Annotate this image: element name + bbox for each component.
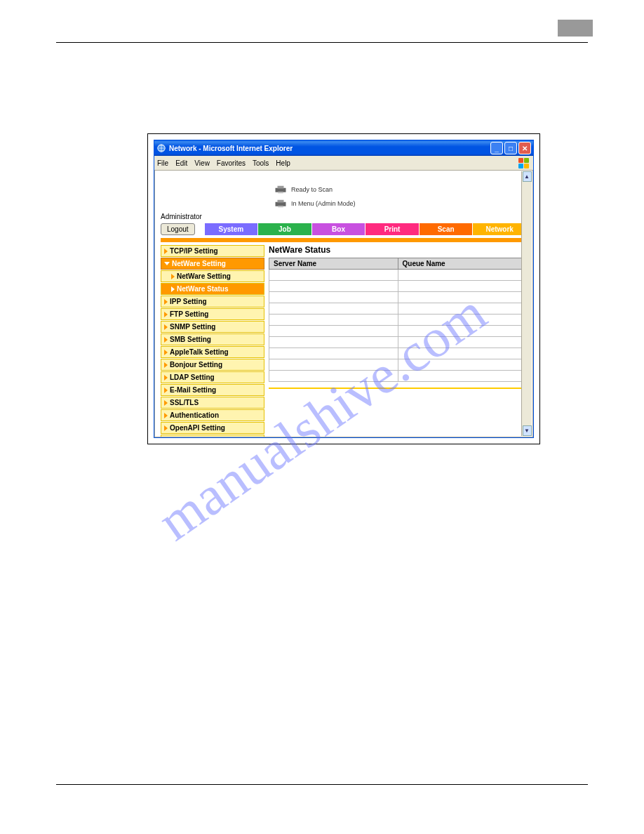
settings-sidebar: TCP/IP Setting NetWare Setting NetWare S…: [161, 245, 264, 437]
screenshot-frame: Network - Microsoft Internet Explorer _ …: [147, 133, 540, 444]
menu-file[interactable]: File: [157, 159, 168, 167]
administrator-label: Administrator: [161, 213, 532, 220]
sidebar-item-snmp[interactable]: SNMP Setting: [161, 321, 264, 333]
window-minimize-button[interactable]: _: [490, 142, 503, 154]
sidebar-item-ipp[interactable]: IPP Setting: [161, 296, 264, 307]
table-row: [269, 348, 527, 359]
triangle-icon: [164, 400, 168, 406]
menu-help[interactable]: Help: [276, 159, 290, 167]
sidebar-item-bonjour[interactable]: Bonjour Setting: [161, 359, 264, 371]
sidebar-item-ssl[interactable]: SSL/TLS: [161, 397, 264, 409]
triangle-icon: [164, 299, 168, 305]
window-title: Network - Microsoft Internet Explorer: [169, 145, 293, 152]
scrollbar[interactable]: ▲ ▼: [521, 171, 532, 436]
menu-favorites[interactable]: Favorites: [217, 159, 246, 167]
triangle-icon: [171, 286, 175, 292]
printer-icon: [274, 185, 287, 194]
header-rule: [56, 42, 588, 43]
triangle-icon: [164, 249, 168, 254]
triangle-down-icon: [164, 262, 170, 265]
table-row: [269, 270, 527, 281]
svg-rect-4: [276, 202, 286, 206]
menu-tools[interactable]: Tools: [253, 159, 269, 167]
triangle-icon: [164, 362, 168, 368]
triangle-icon: [164, 350, 168, 355]
tab-box[interactable]: Box: [312, 223, 366, 235]
col-queue-name: Queue Name: [398, 258, 526, 270]
triangle-icon: [164, 388, 168, 393]
tab-job[interactable]: Job: [258, 223, 312, 235]
window-titlebar: Network - Microsoft Internet Explorer _ …: [154, 140, 533, 156]
triangle-icon: [164, 425, 168, 431]
footer-rule: [56, 784, 588, 785]
triangle-icon: [164, 312, 168, 317]
page-content: ▲ ▼ Ready to Scan In Menu (Admin Mode) A…: [154, 171, 533, 437]
sidebar-item-tcpip[interactable]: TCP/IP Setting: [161, 245, 264, 257]
tab-network[interactable]: Network: [473, 223, 527, 235]
sidebar-sub-netware-setting[interactable]: NetWare Setting: [161, 270, 264, 282]
table-row: [269, 371, 527, 382]
status-line-2: In Menu (Admin Mode): [291, 200, 356, 207]
panel-title: NetWare Status: [269, 245, 527, 255]
tab-print[interactable]: Print: [365, 223, 420, 235]
ie-icon: [156, 143, 166, 153]
sidebar-item-tcpsocket[interactable]: TCP Socket Setting: [161, 435, 264, 437]
browser-window: Network - Microsoft Internet Explorer _ …: [154, 140, 534, 438]
main-toolbar: Logout System Job Box Print Scan Network: [161, 223, 527, 235]
windows-flag-icon: [518, 157, 530, 168]
table-row: [269, 326, 527, 337]
main-panel: NetWare Status Server Name Queue Name: [269, 245, 527, 437]
sidebar-item-appletalk[interactable]: AppleTalk Setting: [161, 346, 264, 358]
svg-rect-6: [278, 206, 283, 207]
window-close-button[interactable]: ✕: [518, 142, 531, 154]
svg-rect-3: [278, 192, 283, 193]
triangle-icon: [164, 337, 168, 343]
sidebar-item-ftp[interactable]: FTP Setting: [161, 308, 264, 320]
table-row: [269, 359, 527, 371]
col-server-name: Server Name: [269, 258, 398, 270]
menu-edit[interactable]: Edit: [175, 159, 187, 167]
browser-menubar: File Edit View Favorites Tools Help: [154, 156, 533, 171]
scroll-up-button[interactable]: ▲: [523, 171, 532, 182]
triangle-icon: [171, 274, 175, 279]
accent-bar: [161, 238, 527, 242]
logout-button[interactable]: Logout: [161, 223, 195, 235]
triangle-icon: [164, 375, 168, 380]
tab-scan[interactable]: Scan: [420, 223, 474, 235]
panel-separator: [269, 388, 527, 389]
sidebar-item-netware[interactable]: NetWare Setting: [161, 258, 264, 270]
table-row: [269, 337, 527, 348]
svg-rect-5: [278, 200, 284, 203]
status-line-1: Ready to Scan: [291, 186, 333, 193]
sidebar-item-authentication[interactable]: Authentication: [161, 409, 264, 421]
menu-view[interactable]: View: [194, 159, 210, 167]
sidebar-item-smb[interactable]: SMB Setting: [161, 333, 264, 345]
table-row: [269, 292, 527, 303]
triangle-icon: [164, 413, 168, 418]
table-row: [269, 281, 527, 292]
page-number-block: [558, 20, 593, 37]
triangle-icon: [164, 324, 168, 330]
svg-rect-2: [278, 186, 284, 189]
netware-status-table: Server Name Queue Name: [269, 258, 527, 382]
svg-rect-1: [276, 188, 286, 192]
table-row: [269, 303, 527, 315]
tab-system[interactable]: System: [205, 223, 259, 235]
sidebar-item-email[interactable]: E-Mail Setting: [161, 384, 264, 396]
sidebar-item-ldap[interactable]: LDAP Setting: [161, 371, 264, 383]
window-maximize-button[interactable]: □: [504, 142, 517, 154]
sidebar-sub-netware-status[interactable]: NetWare Status: [161, 283, 264, 295]
sidebar-item-openapi[interactable]: OpenAPI Setting: [161, 422, 264, 434]
device-status-block: Ready to Scan In Menu (Admin Mode): [274, 185, 532, 208]
table-row: [269, 315, 527, 326]
scroll-down-button[interactable]: ▼: [523, 425, 532, 436]
printer-icon: [274, 199, 287, 208]
